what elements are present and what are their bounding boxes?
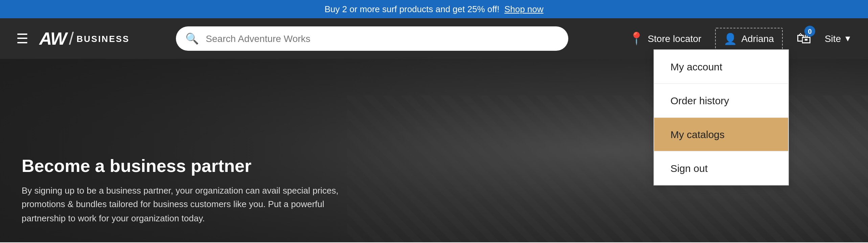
- hero-content: Become a business partner By signing up …: [22, 156, 434, 226]
- user-name: Adriana: [741, 33, 774, 44]
- logo-business: BUSINESS: [76, 34, 130, 44]
- promo-link[interactable]: Shop now: [504, 4, 544, 14]
- search-bar: 🔍: [176, 26, 568, 51]
- location-icon: 📍: [629, 31, 644, 46]
- logo-slash: /: [69, 28, 74, 49]
- cart-badge: 0: [804, 26, 815, 37]
- hamburger-menu[interactable]: ☰: [16, 30, 28, 47]
- hero-description: By signing up to be a business partner, …: [22, 184, 346, 226]
- user-account-button[interactable]: 👤 Adriana My account Order history My ca…: [715, 27, 783, 50]
- site-label: Site: [825, 33, 841, 44]
- chevron-down-icon: ▼: [844, 34, 852, 43]
- cart-button[interactable]: 🛍 0: [796, 30, 811, 47]
- promo-text: Buy 2 or more surf products and get 25% …: [324, 4, 499, 14]
- dropdown-sign-out[interactable]: Sign out: [654, 151, 788, 184]
- store-locator-button[interactable]: 📍 Store locator: [629, 31, 702, 46]
- search-input[interactable]: [176, 26, 568, 51]
- promo-banner: Buy 2 or more surf products and get 25% …: [0, 0, 868, 18]
- hero-title: Become a business partner: [22, 156, 434, 177]
- logo[interactable]: AW / BUSINESS: [39, 28, 130, 49]
- user-icon: 👤: [724, 32, 737, 45]
- account-dropdown: My account Order history My catalogs Sig…: [654, 49, 789, 185]
- site-selector-button[interactable]: Site ▼: [825, 33, 852, 44]
- dropdown-order-history[interactable]: Order history: [654, 84, 788, 117]
- dropdown-my-catalogs[interactable]: My catalogs: [654, 117, 788, 151]
- header-right: 📍 Store locator 👤 Adriana My account Ord…: [629, 27, 852, 50]
- header: ☰ AW / BUSINESS 🔍 📍 Store locator 👤 Adri…: [0, 18, 868, 59]
- dropdown-my-account[interactable]: My account: [654, 50, 788, 84]
- store-locator-label: Store locator: [648, 33, 702, 44]
- logo-aw: AW: [39, 28, 66, 49]
- search-icon: 🔍: [185, 32, 199, 45]
